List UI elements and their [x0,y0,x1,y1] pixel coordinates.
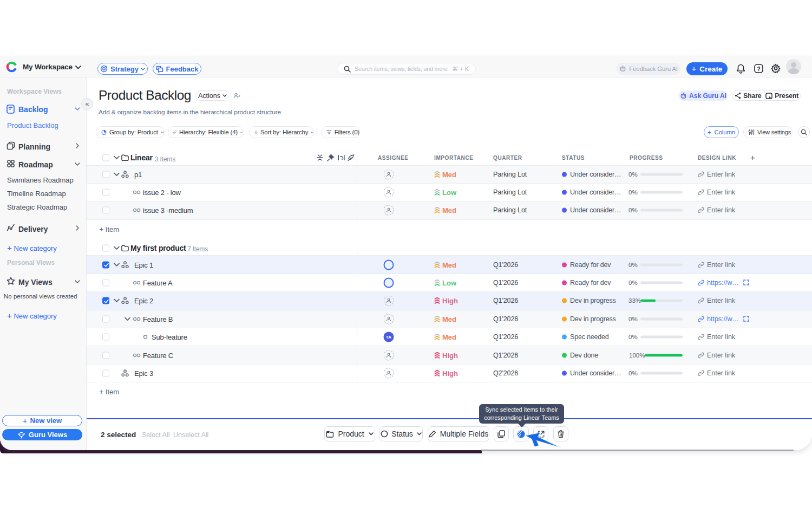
svg-text:?: ? [757,66,760,72]
